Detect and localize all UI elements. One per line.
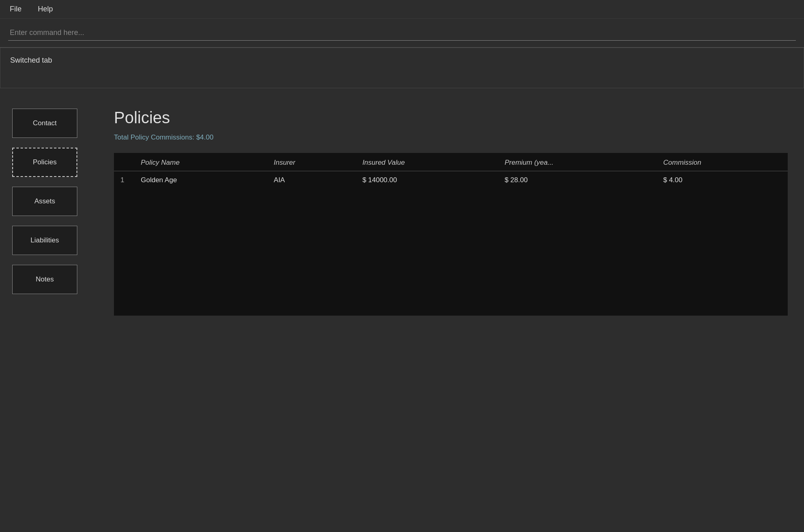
menu-bar: File Help [0, 0, 804, 19]
cell-premium: $ 28.00 [498, 171, 657, 190]
menu-help[interactable]: Help [35, 3, 56, 15]
total-commissions: Total Policy Commissions: $4.00 [114, 133, 788, 142]
table-header-row: Policy Name Insurer Insured Value Premiu… [114, 153, 788, 171]
policies-table: Policy Name Insurer Insured Value Premiu… [114, 153, 788, 189]
table-row[interactable]: 1Golden AgeAIA$ 14000.00$ 28.00$ 4.00 [114, 171, 788, 190]
col-header-premium: Premium (yea... [498, 153, 657, 171]
cell-policy_name: Golden Age [134, 171, 267, 190]
main-content: Contact Policies Assets Liabilities Note… [0, 88, 804, 454]
cell-insured_value: $ 14000.00 [356, 171, 498, 190]
menu-file[interactable]: File [7, 3, 25, 15]
cell-commission: $ 4.00 [657, 171, 788, 190]
command-area [0, 19, 804, 48]
policies-section: Policies Total Policy Commissions: $4.00… [106, 100, 804, 442]
nav-button-assets[interactable]: Assets [12, 187, 77, 216]
policies-table-wrapper: Policy Name Insurer Insured Value Premiu… [114, 153, 788, 316]
cell-insurer: AIA [267, 171, 356, 190]
nav-button-liabilities[interactable]: Liabilities [12, 226, 77, 255]
nav-button-policies[interactable]: Policies [12, 148, 77, 177]
col-header-num [114, 153, 134, 171]
cell-num: 1 [114, 171, 134, 190]
col-header-commission: Commission [657, 153, 788, 171]
status-message: Switched tab [10, 56, 52, 64]
nav-button-notes[interactable]: Notes [12, 265, 77, 294]
col-header-policy-name: Policy Name [134, 153, 267, 171]
command-input[interactable] [8, 25, 796, 41]
col-header-insured-value: Insured Value [356, 153, 498, 171]
page-title: Policies [114, 109, 788, 127]
col-header-insurer: Insurer [267, 153, 356, 171]
status-area: Switched tab [0, 48, 804, 88]
sidebar: Contact Policies Assets Liabilities Note… [0, 100, 106, 442]
nav-button-contact[interactable]: Contact [12, 109, 77, 138]
